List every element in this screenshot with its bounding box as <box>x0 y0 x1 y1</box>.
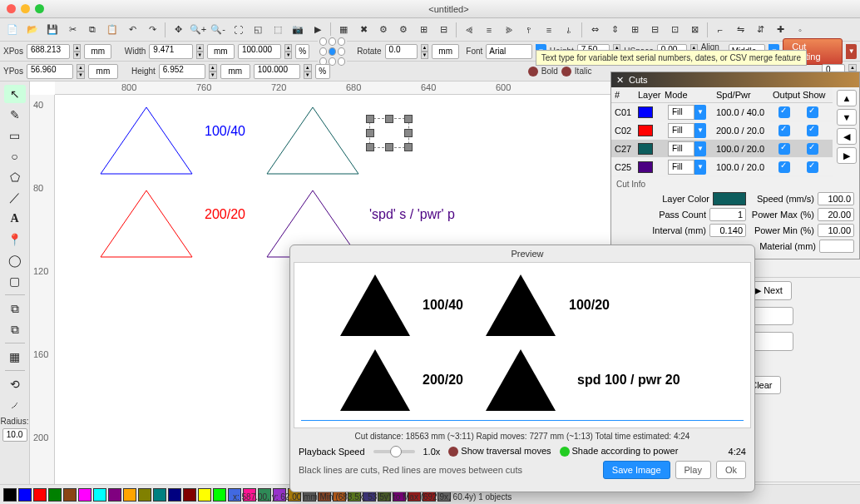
save-image-button[interactable]: Save Image <box>603 461 670 479</box>
close-icon[interactable] <box>7 4 16 13</box>
radius-input[interactable]: 10.0 <box>2 428 27 442</box>
dist-v-icon[interactable]: ⇕ <box>605 21 624 39</box>
group-icon[interactable]: ⊞ <box>414 21 432 39</box>
xpos-spinner[interactable]: ▲▼ <box>73 44 81 59</box>
pmax-input[interactable]: 20.00 <box>818 208 854 221</box>
align-b-icon[interactable]: ⫰ <box>560 21 578 39</box>
rotate-input[interactable]: 0.0 <box>385 44 418 59</box>
tool-rectangle2[interactable]: ▢ <box>4 272 26 290</box>
palette-swatch[interactable] <box>18 488 32 502</box>
speed-input[interactable]: 100.0 <box>818 192 854 205</box>
dist1-icon[interactable]: ⊞ <box>625 21 644 39</box>
ypos-spinner[interactable]: ▲▼ <box>77 64 85 79</box>
bold-toggle[interactable] <box>528 67 538 77</box>
tool-line[interactable]: ／ <box>4 189 26 207</box>
tool-node[interactable]: ⟲ <box>4 375 26 393</box>
file-new-icon[interactable]: 📄 <box>3 21 22 39</box>
align-t-icon[interactable]: ⫯ <box>520 21 538 39</box>
output-checkbox[interactable] <box>778 106 790 118</box>
cut-row[interactable]: C02Fill▼200.0 / 20.0 <box>611 121 833 140</box>
palette-swatch[interactable] <box>198 488 211 502</box>
pmin-input[interactable]: 10.00 <box>818 224 854 237</box>
xpos-input[interactable]: 688.213 <box>27 44 70 59</box>
zoom-window-icon[interactable]: ◱ <box>249 21 267 39</box>
traversal-toggle[interactable] <box>448 447 458 457</box>
undo-icon[interactable]: ↶ <box>123 21 141 39</box>
preview-canvas[interactable]: 100/40 100/20 200/20 spd 100 / pwr 20 <box>294 262 751 428</box>
tool-circle[interactable]: ○ <box>4 147 26 166</box>
ypos-input[interactable]: 56.960 <box>27 64 73 79</box>
material-input[interactable] <box>819 240 854 253</box>
palette-swatch[interactable] <box>138 488 151 502</box>
file-open-icon[interactable]: 📂 <box>23 21 42 39</box>
tool-grid[interactable]: ▦ <box>4 348 26 366</box>
palette-swatch[interactable] <box>108 488 121 502</box>
palette-swatch[interactable] <box>33 488 47 502</box>
ypos-unit[interactable]: mm <box>88 64 118 79</box>
palette-swatch[interactable] <box>153 488 166 502</box>
marquee-icon[interactable]: ⬚ <box>269 21 287 39</box>
output-checkbox[interactable] <box>778 143 790 155</box>
gear-icon[interactable]: ⚙ <box>394 21 413 39</box>
layer-color-swatch[interactable] <box>713 192 746 205</box>
zoom-fit-icon[interactable]: ⛶ <box>229 21 247 39</box>
triangle-blue[interactable] <box>101 107 192 174</box>
ok-button[interactable]: Ok <box>716 461 746 479</box>
width-input[interactable]: 9.471 <box>149 44 192 59</box>
pass-input[interactable]: 1 <box>709 208 746 221</box>
align-l-icon[interactable]: ⫷ <box>460 21 478 39</box>
palette-swatch[interactable] <box>48 488 62 502</box>
selection-handles[interactable] <box>369 118 409 148</box>
show-checkbox[interactable] <box>807 143 818 155</box>
dot-icon[interactable]: ◦ <box>791 21 809 39</box>
width-pct-input[interactable]: 100.000 <box>238 44 281 59</box>
height-input[interactable]: 6.952 <box>159 64 205 79</box>
height-unit[interactable]: mm <box>220 64 250 79</box>
shade-toggle[interactable] <box>560 447 570 457</box>
tool-text[interactable]: A <box>4 210 26 228</box>
play-button[interactable]: Play <box>675 461 711 479</box>
width-spinner[interactable]: ▲▼ <box>196 44 204 59</box>
zoom-out-icon[interactable]: 🔍- <box>209 21 227 39</box>
width-pct-spinner[interactable]: ▲▼ <box>284 44 292 59</box>
file-save-icon[interactable]: 💾 <box>43 21 62 39</box>
move-right-button[interactable]: ▶ <box>837 147 857 164</box>
paste-icon[interactable]: 📋 <box>103 21 121 39</box>
dist2-icon[interactable]: ⊟ <box>645 21 664 39</box>
label-spd-pwr[interactable]: 'spd' s / 'pwr' p <box>369 207 455 222</box>
tool-select[interactable]: ↖ <box>4 85 26 103</box>
maximize-icon[interactable] <box>35 4 44 13</box>
mode-select[interactable]: Fill▼ <box>665 105 709 120</box>
align-m-icon[interactable]: ≡ <box>540 21 558 39</box>
camera-icon[interactable]: 📷 <box>289 21 307 39</box>
move-down-button[interactable]: ▼ <box>837 109 857 126</box>
close-icon[interactable]: ✕ <box>616 72 624 87</box>
palette-swatch[interactable] <box>123 488 136 502</box>
show-checkbox[interactable] <box>807 106 818 118</box>
zoom-in-icon[interactable]: 🔍+ <box>189 21 207 39</box>
italic-toggle[interactable] <box>561 67 571 77</box>
height-spinner[interactable]: ▲▼ <box>209 64 217 79</box>
mode-select[interactable]: Fill▼ <box>665 160 709 175</box>
palette-swatch[interactable] <box>63 488 77 502</box>
tool-copy-tool[interactable]: ⧉ <box>4 299 26 318</box>
tool-paste-tool[interactable]: ⧉ <box>4 320 26 338</box>
cut-row[interactable]: C25Fill▼100.0 / 20.0 <box>611 158 833 176</box>
copy-icon[interactable]: ⧉ <box>83 21 101 39</box>
label-100-40[interactable]: 100/40 <box>205 124 245 139</box>
palette-swatch[interactable] <box>78 488 91 502</box>
redo-icon[interactable]: ↷ <box>143 21 161 39</box>
color-swatch[interactable] <box>638 143 653 155</box>
palette-swatch[interactable] <box>93 488 106 502</box>
show-checkbox[interactable] <box>807 125 818 136</box>
settings-icon[interactable]: ⚙ <box>374 21 393 39</box>
move-left-button[interactable]: ◀ <box>837 128 857 145</box>
ungroup-icon[interactable]: ⊟ <box>434 21 452 39</box>
tool-draw[interactable]: ✎ <box>4 106 26 124</box>
color-swatch[interactable] <box>638 106 653 118</box>
align-c-icon[interactable]: ≡ <box>480 21 498 39</box>
cut-row[interactable]: C27Fill▼100.0 / 20.0 <box>611 140 833 158</box>
font-select[interactable]: Arial <box>486 44 532 59</box>
move-icon[interactable]: ✥ <box>169 21 187 39</box>
color-swatch[interactable] <box>638 125 653 136</box>
